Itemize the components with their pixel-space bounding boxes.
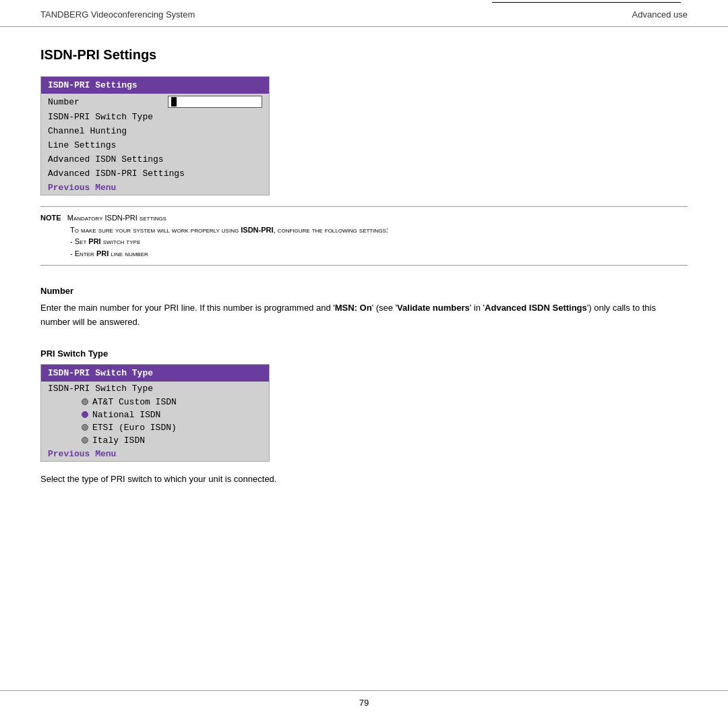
number-section-text: Enter the main number for your PRI line.… <box>40 301 688 330</box>
header-title: TANDBERG Videoconferencing System <box>40 9 195 20</box>
menu-row-channel-hunting[interactable]: Channel Hunting <box>41 124 269 138</box>
note-box-line1: NOTE Mandatory ISDN-PRI settings <box>40 212 688 224</box>
cursor <box>171 97 177 107</box>
main-menu-box: ISDN-PRI Settings Number ISDN-PRI Switch… <box>40 76 270 195</box>
menu-row-number[interactable]: Number <box>41 94 269 110</box>
main-menu-body: Number ISDN-PRI Switch Type Channel Hunt… <box>41 94 269 195</box>
radio-circle-italy <box>82 437 88 444</box>
note-bottom-line2: - Set PRI switch type <box>70 236 688 248</box>
radio-circle-att <box>82 398 88 405</box>
radio-option-etsi[interactable]: ETSI (Euro ISDN) <box>41 421 269 434</box>
radio-circle-national <box>82 411 88 418</box>
menu-label-advanced-isdn-pri: Advanced ISDN-PRI Settings <box>48 169 262 179</box>
menu-row-previous[interactable]: Previous Menu <box>41 181 269 195</box>
note-box-bottom: NOTE Mandatory ISDN-PRI settings To make… <box>40 206 688 266</box>
page-container: TANDBERG Videoconferencing System Advanc… <box>0 0 728 728</box>
radio-menu-header: ISDN-PRI Switch Type <box>41 365 269 382</box>
main-menu-header: ISDN-PRI Settings <box>41 77 269 94</box>
menu-row-switch-type[interactable]: ISDN-PRI Switch Type <box>41 110 269 124</box>
number-section: Number Enter the main number for your PR… <box>40 286 688 330</box>
radio-circle-etsi <box>82 424 88 431</box>
menu-label-previous: Previous Menu <box>48 183 262 193</box>
pri-switch-section: PRI Switch Type ISDN-PRI Switch Type ISD… <box>40 348 688 487</box>
radio-option-italy[interactable]: Italy ISDN <box>41 434 269 447</box>
menu-label-switch-type: ISDN-PRI Switch Type <box>48 112 262 122</box>
radio-switch-type-row: ISDN-PRI Switch Type <box>41 382 269 396</box>
note-right: NOTE The T1 format is predefined to ESF … <box>492 0 681 3</box>
note-bottom-line1: To make sure your system will work prope… <box>70 224 688 237</box>
page-heading: ISDN-PRI Settings <box>40 47 688 63</box>
menu-label-channel-hunting: Channel Hunting <box>48 126 262 136</box>
radio-menu-box: ISDN-PRI Switch Type ISDN-PRI Switch Typ… <box>40 364 270 462</box>
radio-menu-body: ISDN-PRI Switch Type AT&T Custom ISDN Na… <box>41 382 269 461</box>
note-bottom-label: NOTE <box>40 214 61 222</box>
radio-previous-menu-label: Previous Menu <box>48 449 116 459</box>
pri-switch-footer: Select the type of PRI switch to which y… <box>40 473 688 487</box>
number-input-display[interactable] <box>168 96 262 108</box>
main-content: ISDN-PRI Settings NOTE The T1 format is … <box>0 27 728 530</box>
radio-label-national: National ISDN <box>92 410 160 420</box>
radio-label-att: AT&T Custom ISDN <box>92 397 177 407</box>
menu-label-advanced-isdn: Advanced ISDN Settings <box>48 154 262 164</box>
menu-row-advanced-isdn-pri[interactable]: Advanced ISDN-PRI Settings <box>41 166 269 181</box>
menu-row-line-settings[interactable]: Line Settings <box>41 138 269 152</box>
top-section: NOTE The T1 format is predefined to ESF … <box>40 76 688 206</box>
radio-label-italy: Italy ISDN <box>92 435 145 446</box>
page-footer: 79 <box>0 690 728 708</box>
radio-option-national[interactable]: National ISDN <box>41 408 269 421</box>
radio-label-etsi: ETSI (Euro ISDN) <box>92 423 177 433</box>
menu-label-line-settings: Line Settings <box>48 140 262 150</box>
note-bottom-body: To make sure your system will work prope… <box>67 224 688 260</box>
top-header: TANDBERG Videoconferencing System Advanc… <box>0 0 728 27</box>
pri-switch-heading: PRI Switch Type <box>40 348 688 359</box>
note-bottom-line3: - Enter PRI line number <box>70 248 688 260</box>
header-section: Advanced use <box>632 9 688 20</box>
menu-label-number: Number <box>48 97 168 107</box>
radio-option-att[interactable]: AT&T Custom ISDN <box>41 396 269 408</box>
menu-row-advanced-isdn[interactable]: Advanced ISDN Settings <box>41 152 269 166</box>
radio-switch-type-label: ISDN-PRI Switch Type <box>48 384 153 394</box>
radio-previous-menu[interactable]: Previous Menu <box>41 447 269 461</box>
number-section-heading: Number <box>40 286 688 296</box>
note-bottom-heading: Mandatory ISDN-PRI settings <box>67 214 166 222</box>
page-number: 79 <box>359 698 369 708</box>
